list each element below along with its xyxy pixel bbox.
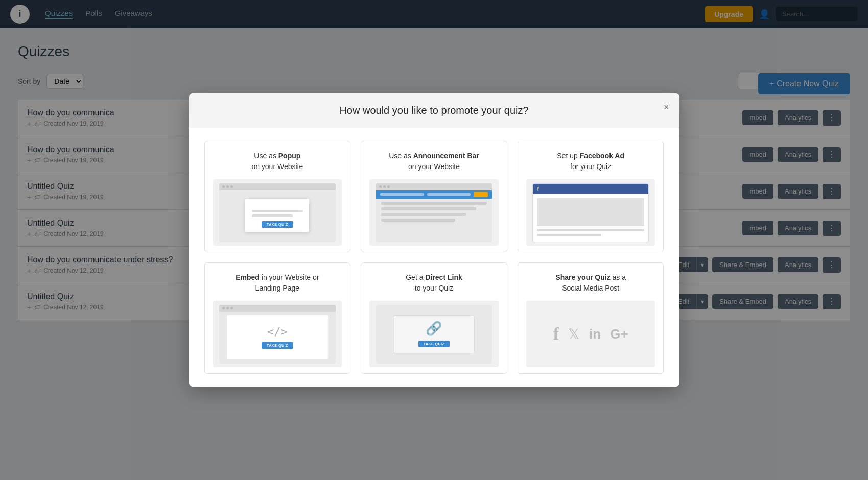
google-plus-icon: G+ [610,326,628,342]
social-illustration: f 𝕏 in G+ [526,301,655,367]
announcement-illustration [369,179,499,246]
promo-card-popup-title: Use as Popupon your Website [213,151,342,172]
promo-card-social-title: Share your Quiz as aSocial Media Post [526,272,655,294]
popup-illustration: TAKE QUIZ [213,179,342,246]
code-icon: </> [267,325,288,338]
modal-body: Use as Popupon your Website [189,128,679,387]
embed-illustration: </> TAKE QUIZ [213,301,342,367]
promo-card-social[interactable]: Share your Quiz as aSocial Media Post f … [518,262,664,374]
promo-card-announcement-title: Use as Announcement Baron your Website [369,151,499,172]
modal-title: How would you like to promote your quiz? [204,105,664,116]
promo-card-embed-title: Embed in your Website orLanding Page [213,272,342,294]
twitter-icon: 𝕏 [568,326,580,343]
modal-close-button[interactable]: × [664,103,669,112]
promo-card-embed[interactable]: Embed in your Website orLanding Page </> [204,262,351,374]
promo-card-popup[interactable]: Use as Popupon your Website [204,141,351,252]
modal-header: How would you like to promote your quiz?… [189,93,679,128]
direct-link-illustration: 🔗 TAKE QUIZ [369,301,499,367]
modal-overlay[interactable]: How would you like to promote your quiz?… [0,0,868,480]
promo-options-grid: Use as Popupon your Website [204,141,664,374]
linkedin-icon: in [589,326,601,342]
link-icon: 🔗 [426,321,442,337]
promo-card-facebook[interactable]: Set up Facebook Adfor your Quiz f [518,141,664,252]
promo-card-direct-link-title: Get a Direct Linkto your Quiz [369,272,499,294]
promo-card-facebook-title: Set up Facebook Adfor your Quiz [526,151,655,172]
facebook-icon: f [553,324,559,344]
promote-modal: How would you like to promote your quiz?… [189,93,679,387]
promo-card-direct-link[interactable]: Get a Direct Linkto your Quiz 🔗 TAKE QUI… [361,262,507,374]
facebook-illustration: f [526,179,655,246]
promo-card-announcement[interactable]: Use as Announcement Baron your Website [361,141,507,252]
